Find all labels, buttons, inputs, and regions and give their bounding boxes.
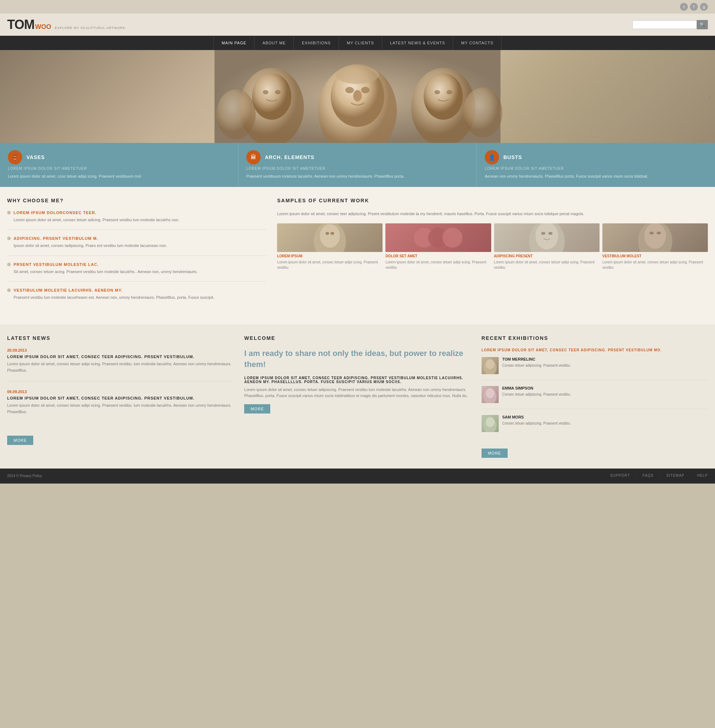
svg-point-37 bbox=[486, 417, 495, 427]
svg-point-12 bbox=[424, 73, 463, 120]
dot-icon-4 bbox=[7, 288, 11, 292]
choose-item-3-title: PRSENT VESTIBULUM MOLESTIE LAC. bbox=[14, 262, 99, 267]
why-choose-title: WHY CHOOSE ME? bbox=[7, 197, 266, 203]
svg-point-3 bbox=[263, 90, 269, 94]
main-content: WHY CHOOSE ME? LOREM IPSUM DOLORCONSEC T… bbox=[0, 187, 715, 324]
search-input[interactable] bbox=[632, 20, 697, 29]
svg-point-9 bbox=[353, 90, 362, 101]
samples-grid: LOREM IPSUM Lorem ipsum dolor sit amet, … bbox=[277, 223, 708, 270]
svg-point-23 bbox=[443, 228, 463, 248]
sample-image-4 bbox=[602, 223, 708, 252]
exhibition-2-text: Consec tetuer adipiscing. Praesent vesti… bbox=[502, 392, 571, 397]
welcome-text: Lorem ipsum dolor sit amet, consec tetue… bbox=[244, 387, 471, 399]
exhibition-1-name: TOM MERRELINC bbox=[502, 357, 571, 361]
news-2-title: LOREM IPSUM DOLOR SIT AMET, CONSEC TEER … bbox=[7, 396, 234, 400]
why-choose-section: WHY CHOOSE ME? LOREM IPSUM DOLORCONSEC T… bbox=[7, 197, 266, 314]
news-2-text: Lorem ipsum dolor sit amet, consec tetue… bbox=[7, 402, 234, 415]
sample-image-2 bbox=[385, 223, 491, 252]
dot-icon-2 bbox=[7, 237, 11, 240]
arch-icon: 🏛 bbox=[246, 150, 261, 164]
svg-point-20 bbox=[331, 232, 334, 235]
news-more-button[interactable]: MORE bbox=[7, 436, 33, 445]
news-item-2: 09.09.2013 LOREM IPSUM DOLOR SIT AMET, C… bbox=[7, 390, 234, 423]
welcome-big-text: I am ready to share not only the ideas, … bbox=[244, 348, 471, 370]
svg-point-25 bbox=[535, 223, 558, 249]
site-footer: 2014 © Privacy Policy SUPPORT · FAQS · S… bbox=[0, 469, 715, 484]
arch-text: Praesent vestibuum molesze lacuiirhs. Ae… bbox=[246, 173, 469, 180]
news-1-date: 20.09.2013 bbox=[7, 348, 234, 353]
logo-sub: WOO bbox=[35, 23, 51, 31]
footer-link-help[interactable]: HELP bbox=[697, 473, 708, 479]
dot-icon-1 bbox=[7, 211, 11, 214]
svg-point-14 bbox=[446, 90, 452, 94]
logo-main: TOM bbox=[7, 17, 34, 32]
exhibition-item-2: EMMA SIMPSON Consec tetuer adipiscing. P… bbox=[481, 386, 708, 409]
hero-next-button[interactable]: › bbox=[704, 87, 715, 106]
hero-prev-button[interactable]: ‹ bbox=[0, 87, 11, 106]
logo-tagline: EXPLORE MY SCULPTURAL ARTWORK. bbox=[55, 26, 126, 30]
nav-my-contacts[interactable]: MY CONTACTS bbox=[453, 36, 502, 50]
welcome-more-button[interactable]: MORE bbox=[244, 404, 270, 413]
choose-list: LOREM IPSUM DOLORCONSEC TEER. Lorem ipsu… bbox=[7, 211, 266, 307]
svg-point-4 bbox=[275, 90, 281, 94]
footer-link-faqs[interactable]: FAQS bbox=[643, 473, 654, 479]
vases-subtitle: LOREM IPSUM DOLOR SIT AMETETUER bbox=[8, 167, 230, 170]
feature-busts: 👤 BUSTS LOREM IPSUM DOLOR SIT AMETETUER … bbox=[477, 143, 715, 187]
svg-point-30 bbox=[649, 232, 653, 234]
sample-3-text: Lorem ipsum dolor sit amet, consec tetue… bbox=[494, 259, 600, 270]
vases-icon: 🏺 bbox=[8, 150, 22, 164]
welcome-col: WELCOME I am ready to share not only the… bbox=[244, 335, 471, 458]
svg-point-31 bbox=[656, 232, 661, 234]
exhibition-thumb-1 bbox=[481, 357, 499, 374]
news-2-date: 09.09.2013 bbox=[7, 390, 234, 394]
busts-icon: 👤 bbox=[485, 150, 499, 164]
exhibitions-more-button[interactable]: MORE bbox=[481, 449, 508, 458]
nav-about-me[interactable]: ABOUT ME bbox=[255, 36, 294, 50]
choose-item-1: LOREM IPSUM DOLORCONSEC TEER. Lorem ipsu… bbox=[7, 211, 266, 230]
sample-item-4: VESTIBULUM MOLEST Lorem ipsum dolor sit … bbox=[602, 223, 708, 270]
twitter-icon[interactable]: 𝕥 bbox=[680, 3, 688, 11]
googleplus-icon[interactable]: g bbox=[700, 3, 708, 11]
feature-vases: 🏺 VASES LOREM IPSUM DOLOR SIT AMETETUER … bbox=[0, 143, 238, 187]
welcome-subtitle: LOREM IPSUM DOLOR SIT AMET, CONSEC TEER … bbox=[244, 376, 471, 384]
news-1-text: Lorem ipsum dolor sit amet, consec tetue… bbox=[7, 361, 234, 374]
site-header: TOM WOO EXPLORE MY SCULPTURAL ARTWORK. 🔍 bbox=[0, 14, 715, 36]
svg-point-16 bbox=[463, 87, 502, 137]
top-bar: 𝕥 f g bbox=[0, 0, 715, 14]
latest-news-title: LATEST NEWS bbox=[7, 335, 234, 341]
vases-title: VASES bbox=[26, 154, 45, 160]
svg-point-15 bbox=[216, 89, 256, 139]
svg-point-33 bbox=[486, 359, 495, 369]
nav-latest-news[interactable]: LATEST NEWS & EVENTS bbox=[382, 36, 453, 50]
exhibition-2-name: EMMA SIMPSON bbox=[502, 386, 571, 390]
nav-main-page[interactable]: MAIN PAGE bbox=[213, 36, 255, 50]
footer-link-support[interactable]: SUPPORT bbox=[610, 473, 630, 479]
exhibition-item-3: SAM MORS Consec tetuer adipiscing. Praes… bbox=[481, 415, 708, 438]
features-strip: 🏺 VASES LOREM IPSUM DOLOR SIT AMETETUER … bbox=[0, 143, 715, 187]
sample-4-title: VESTIBULUM MOLEST bbox=[602, 254, 708, 258]
exhibition-1-text: Consec tetuer adipiscing. Praesent vesti… bbox=[502, 363, 571, 368]
samples-section: SAMPLES OF CURRENT WORK Lorem ipsum dolo… bbox=[277, 197, 708, 314]
main-nav: MAIN PAGE ABOUT ME EXHIBITIONS MY CLIENT… bbox=[0, 36, 715, 50]
svg-point-7 bbox=[345, 87, 354, 93]
feature-arch: 🏛 ARCH. ELEMENTS LOREM IPSUM DOLOR SIT A… bbox=[238, 143, 477, 187]
choose-item-4-title: VESTIBULUM MOLESTIE LACUIRHS. AENEON MY. bbox=[14, 288, 123, 292]
hero-image bbox=[0, 50, 715, 143]
nav-exhibitions[interactable]: EXHIBITIONS bbox=[294, 36, 339, 50]
footer-links: SUPPORT · FAQS · SITEMAP · HELP bbox=[610, 473, 708, 479]
svg-point-18 bbox=[320, 224, 340, 248]
news-item-1: 20.09.2013 LOREM IPSUM DOLOR SIT AMET, C… bbox=[7, 348, 234, 382]
svg-point-10 bbox=[336, 66, 379, 84]
sample-item-2: DOLOR SET AMET Lorem ipsum dolor sit ame… bbox=[385, 223, 491, 270]
sample-2-title: DOLOR SET AMET bbox=[385, 254, 491, 258]
arch-subtitle: LOREM IPSUM DOLOR SIT AMETETUER bbox=[246, 167, 469, 170]
footer-link-sitemap[interactable]: SITEMAP bbox=[667, 473, 685, 479]
arch-title: ARCH. ELEMENTS bbox=[265, 154, 314, 160]
search-button[interactable]: 🔍 bbox=[697, 20, 708, 29]
choose-item-1-title: LOREM IPSUM DOLORCONSEC TEER. bbox=[14, 211, 97, 215]
sample-3-title: ADIPISCING PRESENT bbox=[494, 254, 600, 258]
choose-item-3: PRSENT VESTIBULUM MOLESTIE LAC. Sit amet… bbox=[7, 262, 266, 282]
sample-2-text: Lorem ipsum dolor sit amet, consec tetue… bbox=[385, 259, 491, 270]
facebook-icon[interactable]: f bbox=[690, 3, 698, 11]
nav-my-clients[interactable]: MY CLIENTS bbox=[339, 36, 382, 50]
